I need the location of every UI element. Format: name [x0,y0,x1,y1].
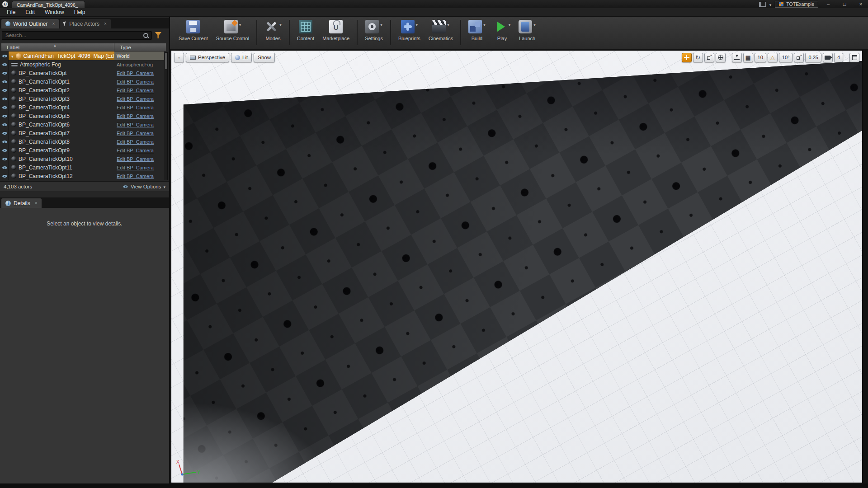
outliner-row[interactable]: BP_CameraTickOpt9Edit BP_Camera [1,146,166,155]
visibility-toggle[interactable] [1,52,9,60]
perspective-button[interactable]: Perspective [186,53,229,62]
outliner-row[interactable]: BP_CameraTickOpt11Edit BP_Camera [1,163,166,172]
menu-edit[interactable]: Edit [20,8,40,17]
settings-button[interactable]: Settings [361,19,387,42]
content-button[interactable]: Content [293,19,319,42]
dropdown-arrow-icon[interactable] [447,20,449,28]
camera-speed-button[interactable] [823,53,833,62]
lit-mode-button[interactable]: Lit [231,53,252,62]
search-input[interactable] [2,31,152,40]
scale-snap-value[interactable]: 0.25 [805,53,821,62]
outliner-row[interactable]: BP_CameraTickOpt3Edit BP_Camera [1,94,166,103]
filter-icon[interactable] [155,32,161,38]
outliner-row[interactable]: Atmospheric FogAtmosphericFog [1,60,166,69]
viewport-options-button[interactable] [174,53,184,62]
show-flags-button[interactable]: Show [254,53,275,62]
menu-window[interactable]: Window [40,8,69,17]
outliner-row[interactable]: BP_CameraTickOpt5Edit BP_Camera [1,112,166,120]
surface-snap-button[interactable] [732,53,742,62]
outliner-row[interactable]: CamAndFan_TickOpt_4096_Map (EdWorld [1,52,166,60]
outliner-row[interactable]: BP_CameraTickOpt8Edit BP_Camera [1,137,166,146]
visibility-toggle[interactable] [1,77,9,86]
outliner-row[interactable]: BP_CameraTickOpt12Edit BP_Camera [1,172,166,180]
column-header-type[interactable]: Type [114,43,166,52]
edit-blueprint-link[interactable]: Edit BP_Camera [114,172,164,180]
level-viewport[interactable]: Perspective Lit Show [171,50,863,483]
scale-tool-button[interactable] [704,53,714,62]
visibility-toggle[interactable] [1,120,9,129]
edit-blueprint-link[interactable]: Edit BP_Camera [114,129,164,137]
rotation-snap-toggle-button[interactable] [768,53,778,62]
dropdown-arrow-icon[interactable] [483,20,486,28]
launch-button[interactable]: Launch [514,19,540,42]
dropdown-arrow-icon[interactable] [380,20,382,28]
close-icon[interactable]: × [104,21,107,26]
visibility-toggle[interactable] [1,60,9,69]
visibility-toggle[interactable] [1,129,9,137]
dropdown-arrow-icon[interactable] [416,20,418,28]
cinematics-button[interactable]: Cinematics [425,19,457,42]
outliner-row[interactable]: BP_CameraTickOpt10Edit BP_Camera [1,155,166,163]
edit-blueprint-link[interactable]: Edit BP_Camera [114,112,164,120]
rotation-snap-value[interactable]: 10° [779,53,793,62]
build-button[interactable]: Build [464,19,490,42]
edit-blueprint-link[interactable]: Edit BP_Camera [114,137,164,146]
scale-snap-toggle-button[interactable] [794,53,804,62]
visibility-toggle[interactable] [1,163,9,172]
edit-blueprint-link[interactable]: Edit BP_Camera [114,120,164,129]
camera-speed-value[interactable]: 4 [834,53,843,62]
visibility-toggle[interactable] [1,146,9,155]
visibility-toggle[interactable] [1,155,9,163]
source-control-button[interactable]: Source Control [212,19,253,42]
visibility-toggle[interactable] [1,86,9,94]
visibility-toggle[interactable] [1,137,9,146]
edit-blueprint-link[interactable]: Edit BP_Camera [114,155,164,163]
play-button[interactable]: Play [490,19,515,42]
edit-blueprint-link[interactable]: Edit BP_Camera [114,146,164,155]
marketplace-button[interactable]: Marketplace [318,19,354,42]
modes-button[interactable]: Modes [260,19,286,42]
visibility-toggle[interactable] [1,172,9,180]
layout-dropdown-icon[interactable] [769,0,772,8]
maximize-button[interactable]: □ [838,0,851,8]
visibility-toggle[interactable] [1,112,9,120]
visibility-toggle[interactable] [1,103,9,112]
tab-world-outliner[interactable]: World Outliner × [1,19,59,28]
edit-blueprint-link[interactable]: Edit BP_Camera [114,86,164,94]
outliner-row[interactable]: BP_CameraTickOpt7Edit BP_Camera [1,129,166,137]
visibility-toggle[interactable] [1,69,9,77]
dropdown-arrow-icon[interactable] [509,20,511,28]
dropdown-arrow-icon[interactable] [239,20,241,28]
level-tab[interactable]: CamAndFan_TickOpt_4096_ [12,1,85,8]
grid-snap-value[interactable]: 10 [755,53,766,62]
column-header-label[interactable]: Label ▲ [1,43,114,52]
edit-blueprint-link[interactable]: Edit BP_Camera [114,77,164,86]
outliner-row[interactable]: BP_CameraTickOpt1Edit BP_Camera [1,77,166,86]
outliner-row[interactable]: BP_CameraTickOpt2Edit BP_Camera [1,86,166,94]
save-current-button[interactable]: Save Current [175,19,212,42]
minimize-button[interactable]: – [822,0,835,8]
tab-place-actors[interactable]: Place Actors × [60,19,111,28]
grid-snap-toggle-button[interactable] [743,53,753,62]
close-icon[interactable]: × [52,21,55,26]
close-icon[interactable]: × [35,201,38,206]
menu-help[interactable]: Help [69,8,90,17]
visibility-toggle[interactable] [1,94,9,103]
close-button[interactable]: × [854,0,867,8]
translate-tool-button[interactable] [682,53,692,62]
expander-icon[interactable] [11,53,14,59]
edit-blueprint-link[interactable]: Edit BP_Camera [114,94,164,103]
edit-blueprint-link[interactable]: Edit BP_Camera [114,103,164,112]
tab-details[interactable]: Details × [1,198,42,208]
maximize-viewport-button[interactable] [849,53,859,62]
project-name-box[interactable]: TOTExample [775,1,818,8]
outliner-row[interactable]: BP_CameraTickOpt4Edit BP_Camera [1,103,166,112]
dropdown-arrow-icon[interactable] [279,20,282,28]
world-local-toggle-button[interactable] [716,53,726,62]
outliner-row[interactable]: BP_CameraTickOpt6Edit BP_Camera [1,120,166,129]
view-options-button[interactable]: View Options [123,183,165,189]
outliner-row[interactable]: BP_CameraTickOptEdit BP_Camera [1,69,166,77]
edit-blueprint-link[interactable]: Edit BP_Camera [114,69,164,77]
edit-blueprint-link[interactable]: Edit BP_Camera [114,163,164,172]
menu-file[interactable]: File [2,8,20,17]
